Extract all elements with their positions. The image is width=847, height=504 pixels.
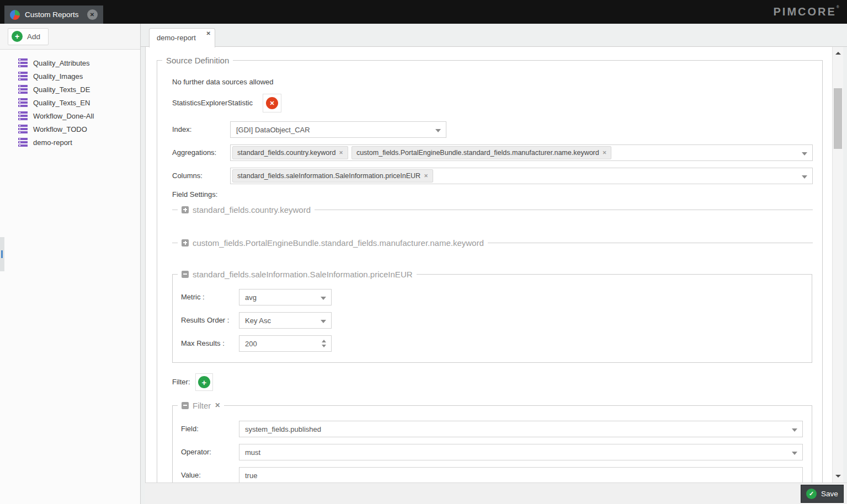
metric-input[interactable] <box>239 289 331 305</box>
filter-operator-input[interactable] <box>239 444 802 460</box>
check-icon: ✓ <box>806 489 817 499</box>
columns-label: Columns: <box>172 168 203 184</box>
tag-label: standard_fields.country.keyword <box>237 149 335 157</box>
report-label: Quality_Attributes <box>33 59 90 67</box>
plus-icon: + <box>12 31 23 42</box>
expand-icon[interactable] <box>182 239 189 246</box>
tag-label: standard_fields.saleInformation.SaleInfo… <box>237 172 420 180</box>
add-report-button[interactable]: + Add <box>8 28 49 45</box>
collapse-icon[interactable] <box>182 402 189 409</box>
chevron-down-icon[interactable] <box>802 152 807 156</box>
filter-fieldset: Filter ✕ Field: Operator: <box>172 405 812 482</box>
chevron-down-icon[interactable] <box>435 129 441 132</box>
fieldset-title: custom_fields.PortalEngineBundle.standar… <box>193 238 484 248</box>
tag-remove-icon[interactable]: ✕ <box>603 150 607 156</box>
results-order-label: Results Order : <box>181 312 229 329</box>
report-icon <box>18 111 28 120</box>
fieldset-price-in-eur: standard_fields.saleInformation.SaleInfo… <box>172 274 812 363</box>
fieldset-title: standard_fields.saleInformation.SaleInfo… <box>193 270 413 279</box>
scroll-up-icon[interactable] <box>835 52 841 55</box>
spinner-down-icon[interactable] <box>322 345 326 347</box>
report-list-item-quality-images[interactable]: Quality_Images <box>0 69 140 83</box>
max-results-input[interactable] <box>239 336 331 351</box>
columns-combo[interactable]: standard_fields.saleInformation.SaleInfo… <box>230 168 813 184</box>
index-combo[interactable] <box>230 121 446 138</box>
filter-field-input[interactable] <box>239 421 802 437</box>
field-settings-label: Field Settings: <box>172 190 217 199</box>
chevron-down-icon[interactable] <box>802 175 807 179</box>
index-input[interactable] <box>231 122 446 137</box>
window-tab-label: Custom Reports <box>25 10 79 19</box>
report-list-item-quality-texts-de[interactable]: Quality_Texts_DE <box>0 83 140 96</box>
main-area: demo-report ✕ Source Definition No furth… <box>141 24 847 504</box>
chevron-down-icon[interactable] <box>792 428 797 432</box>
report-icon <box>18 98 28 107</box>
fieldset-title: standard_fields.country.keyword <box>193 205 311 215</box>
chevron-down-icon[interactable] <box>792 452 797 455</box>
aggregation-tag[interactable]: standard_fields.country.keyword ✕ <box>232 146 348 159</box>
chevron-down-icon[interactable] <box>321 320 326 323</box>
operator-label: Operator: <box>181 444 211 460</box>
aggregation-tag[interactable]: custom_fields.PortalEngineBundle.standar… <box>351 146 611 159</box>
report-list: Quality_Attributes Quality_Images Qualit… <box>0 50 140 149</box>
fieldset-manufacturer-legend: custom_fields.PortalEngineBundle.standar… <box>172 238 813 248</box>
vertical-scrollbar[interactable] <box>832 47 843 482</box>
aggregations-combo[interactable]: standard_fields.country.keyword ✕ custom… <box>230 144 813 161</box>
tab-close-icon[interactable]: ✕ <box>206 30 211 36</box>
report-icon <box>18 72 28 81</box>
report-list-item-workflow-done-all[interactable]: Workflow_Done-All <box>0 109 140 122</box>
filter-label: Filter: <box>172 373 190 391</box>
report-icon <box>18 125 28 133</box>
remove-filter-icon[interactable]: ✕ <box>215 401 220 409</box>
pimcore-logo: PIMCORE ® <box>773 0 839 24</box>
panel-collapse-handle[interactable] <box>0 237 4 271</box>
source-definition-legend: Source Definition <box>162 56 233 65</box>
window-tab-custom-reports[interactable]: Custom Reports ✕ <box>4 6 103 24</box>
tab-demo-report[interactable]: demo-report ✕ <box>149 28 215 47</box>
pie-chart-icon <box>10 10 20 20</box>
report-label: demo-report <box>33 138 72 147</box>
results-order-input[interactable] <box>239 313 331 328</box>
add-button-label: Add <box>27 33 40 41</box>
tag-label: custom_fields.PortalEngineBundle.standar… <box>356 149 599 157</box>
fieldset-price-legend-row: standard_fields.saleInformation.SaleInfo… <box>172 269 812 279</box>
filter-value-input[interactable] <box>239 468 802 482</box>
window-tab-close-icon[interactable]: ✕ <box>87 9 98 20</box>
save-button[interactable]: ✓ Save <box>801 485 844 503</box>
source-definition-fieldset: Source Definition No further data source… <box>157 60 823 482</box>
delete-data-source-button[interactable]: ✕ <box>263 94 281 112</box>
spinner-up-icon[interactable] <box>322 340 326 342</box>
filter-operator-combo[interactable] <box>239 444 803 460</box>
filter-legend-row: Filter ✕ <box>172 400 812 410</box>
tag-remove-icon[interactable]: ✕ <box>339 150 343 156</box>
scroll-down-icon[interactable] <box>835 475 841 478</box>
expand-icon[interactable] <box>182 206 189 213</box>
chevron-down-icon[interactable] <box>321 297 326 300</box>
save-button-label: Save <box>821 490 838 498</box>
fieldset-country-legend: standard_fields.country.keyword <box>172 205 813 215</box>
source-definition-legend-row: Source Definition <box>157 55 823 65</box>
report-label: Quality_Images <box>33 72 83 81</box>
report-list-item-quality-texts-en[interactable]: Quality_Texts_EN <box>0 96 140 109</box>
report-list-item-quality-attributes[interactable]: Quality_Attributes <box>0 56 140 69</box>
no-data-sources-text: No further data sources allowed <box>172 78 274 86</box>
metric-combo[interactable] <box>239 289 332 305</box>
filter-value-field[interactable] <box>239 467 803 482</box>
scroll-content: Source Definition No further data source… <box>146 47 832 482</box>
results-order-combo[interactable] <box>239 312 332 329</box>
collapse-icon[interactable] <box>182 271 189 278</box>
fieldset-title: Filter <box>193 401 211 410</box>
report-label: Quality_Texts_DE <box>33 85 90 94</box>
tag-remove-icon[interactable]: ✕ <box>424 173 428 179</box>
report-label: Workflow_Done-All <box>33 112 94 120</box>
scrollbar-thumb[interactable] <box>834 88 842 149</box>
column-tag[interactable]: standard_fields.saleInformation.SaleInfo… <box>232 169 433 183</box>
add-filter-button[interactable]: + <box>195 373 213 391</box>
report-icon <box>18 58 28 67</box>
report-icon <box>18 138 28 147</box>
report-list-item-demo-report[interactable]: demo-report <box>0 136 140 149</box>
filter-field-combo[interactable] <box>239 421 803 437</box>
report-list-item-workflow-todo[interactable]: Workflow_TODO <box>0 122 140 136</box>
max-results-spinner[interactable] <box>239 335 332 352</box>
index-label: Index: <box>172 121 191 138</box>
